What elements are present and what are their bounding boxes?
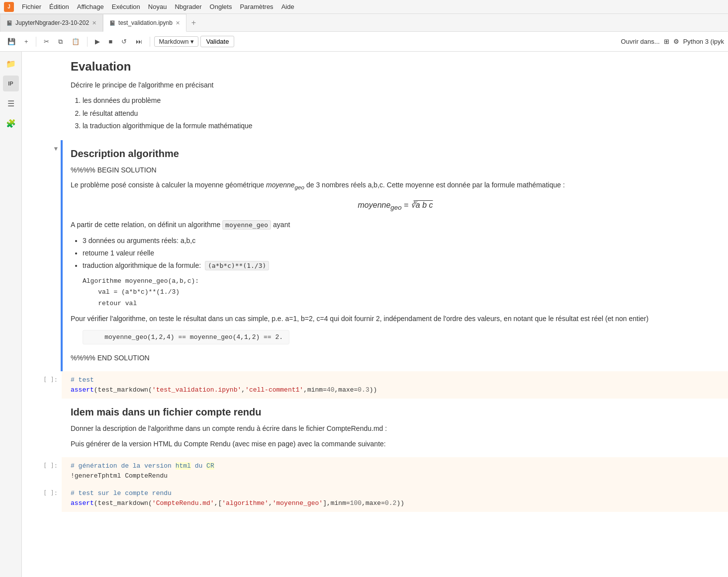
cut-button[interactable]: ✂ [40, 36, 53, 47]
description-para1: Le problème posé consiste à calculer la … [71, 179, 720, 192]
collapse-arrow[interactable]: ▼ [54, 145, 58, 152]
menu-fichier[interactable]: Fichier [18, 1, 45, 12]
begin-solution: %%%% BEGIN SOLUTION [71, 165, 720, 175]
cell-type-dropdown[interactable]: Markdown ▾ [154, 36, 198, 47]
list-item-3: la traduction algorithmique de la formul… [83, 120, 720, 132]
tab-testvalidation[interactable]: 📓 test_validation.ipynb ✕ [103, 14, 186, 32]
tab-jupyternbgrader[interactable]: 📓 JupyterNbgrader-23-10-202 ✕ [0, 14, 103, 32]
algo-properties-list: 3 données ou arguments réels: a,b,c reto… [83, 235, 720, 272]
cell-gutter-5: [ ]: [22, 457, 62, 485]
cell-idem: Idem mais dans un fichier compte rendu D… [22, 399, 728, 457]
dropdown-arrow: ▾ [190, 38, 194, 45]
toolbar-right: Ouvrir dans... ⊞ ⚙ Python 3 (ipyk [621, 38, 724, 45]
new-tab-button[interactable]: + [186, 15, 201, 30]
run-button[interactable]: ▶ [91, 36, 103, 47]
verification-formula: moyenne_geo(1,2,4) == moyenne_geo(4,1,2)… [83, 330, 289, 344]
cell-content-description: ⧉ ↑ ↓ ⋮ Description algorithme %%%% BEGI… [62, 140, 728, 371]
cell-code-gen[interactable]: # génération de la version html du CR !g… [62, 457, 728, 485]
notebook-content: Evaluation Décrire le principe de l'algo… [22, 52, 728, 577]
menubar: J Fichier Édition Affichage Exécution No… [0, 0, 728, 14]
code-block-testcr: # test sur le compte rendu assert(test_m… [71, 489, 720, 508]
algorithm-block: Algorithme moyenne_geo(a,b,c): val = (a*… [83, 276, 720, 309]
settings-icon[interactable]: ⊞ [664, 38, 669, 45]
kernel-label: Python 3 (ipyk [683, 38, 724, 45]
math-formula-display: moyennegeo = ∛a b c [71, 200, 720, 211]
add-cell-button[interactable]: + [21, 36, 32, 47]
cell-type-label: Markdown [159, 38, 188, 45]
validate-button[interactable]: Validate [200, 36, 234, 47]
menu-onglets[interactable]: Onglets [206, 1, 236, 12]
cell-gutter-6: [ ]: [22, 485, 62, 512]
code-inline-algo: moyenne_geo [222, 220, 271, 230]
list-item-2: le résultat attendu [83, 107, 720, 120]
sidebar-left: 📁 IP ☰ 🧩 [0, 52, 22, 577]
save-button[interactable]: 💾 [4, 36, 19, 47]
sidebar-icon-list[interactable]: ☰ [3, 95, 19, 111]
sidebar-icon-ip[interactable]: IP [3, 76, 19, 91]
tab-close-2[interactable]: ✕ [176, 20, 180, 26]
fastforward-button[interactable]: ⏭ [132, 36, 146, 47]
main-layout: 📁 IP ☰ 🧩 Evaluation Décrire le principe … [0, 52, 728, 577]
evaluation-intro: Décrire le principe de l'algorithme en p… [71, 80, 720, 90]
toolbar: 💾 + ✂ ⧉ 📋 ▶ ■ ↺ ⏭ Markdown ▾ Validate Ou… [0, 32, 728, 52]
cell-gutter-2: ▼ [22, 140, 62, 371]
description-heading: Description algorithme [71, 148, 720, 160]
list-item-1: les données du problème [83, 94, 720, 107]
open-in-label[interactable]: Ouvrir dans... [621, 38, 660, 45]
cell-description[interactable]: ▼ ⧉ ↑ ↓ ⋮ Description algorithme %%%% BE… [22, 140, 728, 371]
notebook-icon: 📓 [6, 20, 12, 26]
cell-selected-indicator [61, 140, 62, 371]
tab-bar: 📓 JupyterNbgrader-23-10-202 ✕ 📓 test_val… [0, 14, 728, 32]
algo-prop-3: traduction algorithmique de la formule: … [83, 259, 720, 272]
cell-test-cr: [ ]: # test sur le compte rendu assert(t… [22, 485, 728, 512]
menu-execution[interactable]: Exécution [108, 1, 144, 12]
move-down-button[interactable]: ↓ [699, 142, 709, 152]
tab-label-2: test_validation.ipynb [118, 19, 173, 26]
evaluation-heading: Evaluation [71, 60, 720, 74]
menu-edition[interactable]: Édition [45, 1, 73, 12]
app-logo: J [4, 2, 14, 12]
code-block-test: # test assert(test_markdown('test_valida… [71, 375, 720, 395]
evaluation-list: les données du problème le résultat atte… [83, 94, 720, 132]
cell-gutter-3: [ ]: [22, 371, 62, 399]
algo-prop-1: 3 données ou arguments réels: a,b,c [83, 235, 720, 247]
restart-button[interactable]: ↺ [118, 36, 130, 47]
gear-icon[interactable]: ⚙ [673, 38, 679, 45]
idem-para2: Puis générer de la version HTML du Compt… [71, 438, 720, 449]
separator-1 [36, 37, 36, 47]
copy-cell-button[interactable]: ⧉ [674, 142, 685, 152]
cell-generation-html: [ ]: # génération de la version html du … [22, 457, 728, 485]
paste-button[interactable]: 📋 [68, 36, 83, 47]
sidebar-icon-folder[interactable]: 📁 [3, 56, 19, 72]
notebook-icon-2: 📓 [109, 20, 115, 26]
tab-label: JupyterNbgrader-23-10-202 [15, 19, 89, 26]
code-block-gen: # génération de la version html du CR !g… [71, 461, 720, 481]
cell-evaluation: Evaluation Décrire le principe de l'algo… [22, 52, 728, 140]
math-inline-1: moyennegeo [266, 181, 304, 189]
tab-close-1[interactable]: ✕ [92, 20, 96, 26]
algo-prop-2: retourne 1 valeur réelle [83, 247, 720, 259]
move-up-button[interactable]: ↑ [687, 142, 697, 152]
menu-affichage[interactable]: Affichage [73, 1, 108, 12]
idem-para1: Donner la description de l'algorithme da… [71, 423, 720, 434]
end-solution: %%%% END SOLUTION [71, 352, 720, 363]
cell-gutter-4 [22, 399, 62, 457]
code-inline-formula: (a*b*c)**(1./3) [205, 261, 269, 270]
cell-gutter-1 [22, 52, 62, 140]
description-para2: A partir de cette relation, on définit u… [71, 219, 720, 231]
verification-para: Pour vérifier l'algorithme, on teste le … [71, 313, 720, 324]
stop-button[interactable]: ■ [105, 36, 116, 47]
cell-test-assert: [ ]: # test assert(test_markdown('test_v… [22, 371, 728, 399]
more-options-button[interactable]: ⋮ [711, 142, 724, 152]
sidebar-icon-extension[interactable]: 🧩 [3, 115, 19, 131]
cell-code-testcr[interactable]: # test sur le compte rendu assert(test_m… [62, 485, 728, 512]
menu-parametres[interactable]: Paramètres [236, 1, 277, 12]
menu-nbgrader[interactable]: Nbgrader [171, 1, 205, 12]
menu-noyau[interactable]: Noyau [144, 1, 171, 12]
cell-content-evaluation: Evaluation Décrire le principe de l'algo… [62, 52, 728, 140]
idem-heading: Idem mais dans un fichier compte rendu [71, 407, 720, 418]
cell-code-test[interactable]: # test assert(test_markdown('test_valida… [62, 371, 728, 399]
menu-aide[interactable]: Aide [277, 1, 298, 12]
cell-content-idem: Idem mais dans un fichier compte rendu D… [62, 399, 728, 457]
copy-button[interactable]: ⧉ [55, 36, 66, 48]
